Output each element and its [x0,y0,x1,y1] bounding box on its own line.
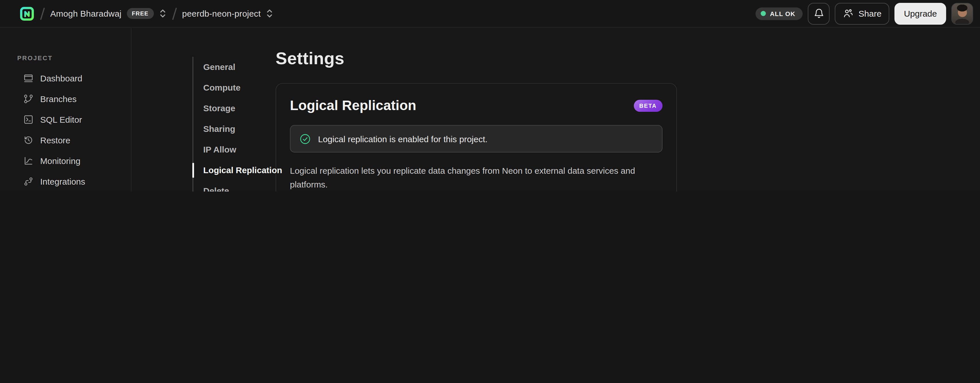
sidebar: PROJECT Dashboard Br [0,28,132,192]
chevron-updown-icon[interactable] [159,9,166,18]
sidebar-item-monitoring[interactable]: Monitoring [18,151,112,170]
success-banner: Logical replication is enabled for this … [290,125,662,152]
page-title: Settings [275,49,980,68]
subnav-item-delete[interactable]: Delete [194,180,275,192]
subnav-item-storage[interactable]: Storage [194,98,275,119]
settings-subnav: General Compute Storage Sharing IP Allow… [132,28,275,192]
content-area: PROJECT Dashboard Br [0,28,980,192]
upgrade-button[interactable]: Upgrade [895,3,946,24]
bell-icon [813,8,824,19]
top-bar: Amogh Bharadwaj FREE peerdb-neon-project [0,0,980,27]
check-circle-icon [299,133,311,145]
top-bar-actions: ALL OK Share Upgrade [756,3,973,24]
subnav-item-ip-allow[interactable]: IP Allow [194,139,275,160]
breadcrumb-slash-icon [172,8,177,20]
sidebar-item-label: Integrations [40,176,85,186]
sidebar-item-sql-editor[interactable]: SQL Editor [18,109,112,129]
beta-badge: BETA [633,100,662,111]
chevron-updown-icon[interactable] [266,9,273,18]
upgrade-label: Upgrade [904,9,937,18]
logical-replication-card: Logical Replication BETA Logical replica… [275,83,677,192]
dashboard-icon [23,73,34,84]
sidebar-item-integrations[interactable]: Integrations [18,171,112,191]
user-avatar[interactable] [951,3,973,24]
sidebar-item-label: Monitoring [40,156,80,165]
org-switcher[interactable]: Amogh Bharadwaj FREE [50,8,166,19]
sidebar-section-project: PROJECT [17,54,131,61]
status-label: ALL OK [770,10,795,17]
neon-console: Amogh Bharadwaj FREE peerdb-neon-project [0,0,980,192]
sidebar-project-list: Dashboard Branches [18,68,112,192]
card-title: Logical Replication [290,98,416,114]
chart-curve-icon [23,155,34,166]
subnav-item-sharing[interactable]: Sharing [194,119,275,139]
sidebar-item-label: Restore [40,135,70,145]
history-clock-icon [23,135,34,146]
sidebar-item-label: Branches [40,94,76,103]
users-icon [843,8,854,19]
subnav-item-general[interactable]: General [194,57,275,78]
intro-text: Logical replication lets you replicate d… [290,164,662,192]
breadcrumb-slash-icon [40,8,45,20]
org-name: Amogh Bharadwaj [50,9,121,18]
sidebar-item-label: SQL Editor [40,114,82,124]
project-switcher[interactable]: peerdb-neon-project [182,9,273,18]
main-panel: Settings Logical Replication BETA Logica… [275,28,980,192]
share-label: Share [859,9,881,18]
sidebar-item-dashboard[interactable]: Dashboard [18,68,112,88]
workflow-icon [23,176,34,187]
notifications-button[interactable] [808,3,830,24]
status-badge[interactable]: ALL OK [756,7,803,20]
neon-logo-icon[interactable] [19,6,35,21]
sql-terminal-icon [23,114,34,125]
sidebar-item-restore[interactable]: Restore [18,130,112,150]
sidebar-item-branches[interactable]: Branches [18,89,112,108]
git-branch-icon [23,93,34,104]
subnav-item-compute[interactable]: Compute [194,78,275,98]
share-button[interactable]: Share [835,3,889,24]
subnav-item-logical-replication[interactable]: Logical Replication [194,160,275,180]
status-dot-icon [761,11,766,16]
breadcrumb: Amogh Bharadwaj FREE peerdb-neon-project [19,6,273,21]
project-name: peerdb-neon-project [182,9,261,18]
plan-badge: FREE [127,8,154,19]
banner-text: Logical replication is enabled for this … [318,134,487,144]
sidebar-item-label: Dashboard [40,73,83,83]
